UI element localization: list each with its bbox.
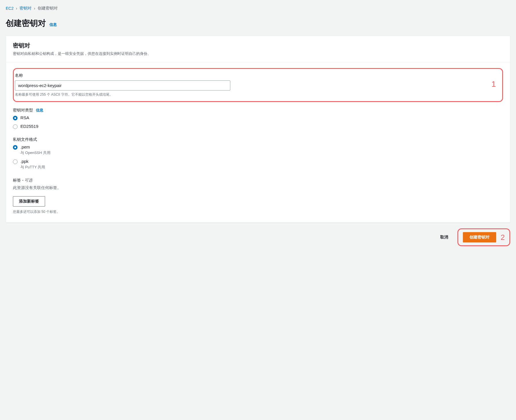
cancel-button[interactable]: 取消 (436, 232, 453, 242)
radio-unselected-icon (13, 159, 18, 164)
radio-ppk[interactable]: .ppk 与 PuTTY 共用 (13, 159, 503, 170)
panel-title: 密钥对 (13, 42, 503, 49)
radio-unselected-icon (13, 124, 18, 129)
radio-pem[interactable]: .pem 与 OpenSSH 共用 (13, 145, 503, 155)
breadcrumb-ec2[interactable]: EC2 (6, 6, 13, 11)
annotation-box-1: 名称 名称最多可使用 255 个 ASCII 字符。它不能以空格开头或结尾。 1 (13, 68, 503, 102)
keypair-type-label: 密钥对类型 (13, 108, 33, 113)
breadcrumb-current: 创建密钥对 (38, 6, 58, 11)
panel-header: 密钥对 密钥对由私钥和公钥构成，是一组安全凭据，供您在连接到实例时证明自己的身份… (6, 36, 510, 62)
radio-ed25519-label: ED25519 (20, 124, 38, 129)
radio-ppk-label: .ppk (20, 159, 45, 164)
add-tag-button[interactable]: 添加新标签 (13, 196, 45, 207)
keypair-type-group: 密钥对类型 信息 RSA ED25519 (13, 108, 503, 129)
radio-ed25519[interactable]: ED25519 (13, 124, 503, 129)
tags-group: 标签 - 可选 此资源没有关联任何标签。 添加新标签 您最多还可以添加 50 个… (13, 178, 503, 214)
name-hint: 名称最多可使用 255 个 ASCII 字符。它不能以空格开头或结尾。 (15, 92, 242, 97)
chevron-right-icon: › (34, 6, 35, 11)
name-input[interactable] (15, 80, 230, 90)
panel-description: 密钥对由私钥和公钥构成，是一组安全凭据，供您在连接到实例时证明自己的身份。 (13, 51, 503, 56)
keypair-type-info-link[interactable]: 信息 (36, 108, 43, 113)
tags-label: 标签 - 可选 (13, 178, 503, 183)
radio-selected-icon (13, 116, 18, 120)
page-header: 创建密钥对 信息 (6, 18, 510, 29)
radio-rsa[interactable]: RSA (13, 115, 503, 120)
private-key-format-label: 私钥文件格式 (13, 137, 503, 142)
chevron-right-icon: › (16, 6, 17, 11)
footer-actions: 取消 创建密钥对 2 (6, 228, 510, 246)
keypair-panel: 密钥对 密钥对由私钥和公钥构成，是一组安全凭据，供您在连接到实例时证明自己的身份… (6, 36, 510, 223)
tags-hint: 您最多还可以添加 50 个标签。 (13, 209, 503, 214)
panel-body: 名称 名称最多可使用 255 个 ASCII 字符。它不能以空格开头或结尾。 1… (6, 62, 510, 222)
radio-rsa-label: RSA (20, 115, 29, 120)
radio-ppk-sub: 与 PuTTY 共用 (20, 165, 45, 170)
page-info-link[interactable]: 信息 (49, 22, 57, 27)
radio-selected-icon (13, 145, 18, 150)
private-key-format-group: 私钥文件格式 .pem 与 OpenSSH 共用 .ppk 与 PuTTY 共用 (13, 137, 503, 170)
tags-empty-text: 此资源没有关联任何标签。 (13, 185, 503, 190)
annotation-box-2: 创建密钥对 2 (457, 228, 510, 246)
breadcrumb: EC2 › 密钥对 › 创建密钥对 (6, 6, 510, 11)
name-label: 名称 (15, 73, 242, 78)
annotation-number-2: 2 (501, 233, 505, 242)
create-keypair-button[interactable]: 创建密钥对 (463, 232, 496, 242)
radio-pem-sub: 与 OpenSSH 共用 (20, 150, 51, 155)
page-title: 创建密钥对 (6, 18, 46, 29)
tags-label-prefix: 标签 - (13, 178, 24, 182)
annotation-number-1: 1 (491, 80, 496, 89)
breadcrumb-keypairs[interactable]: 密钥对 (20, 6, 32, 11)
tags-label-optional: 可选 (24, 178, 32, 182)
radio-pem-label: .pem (20, 145, 51, 149)
